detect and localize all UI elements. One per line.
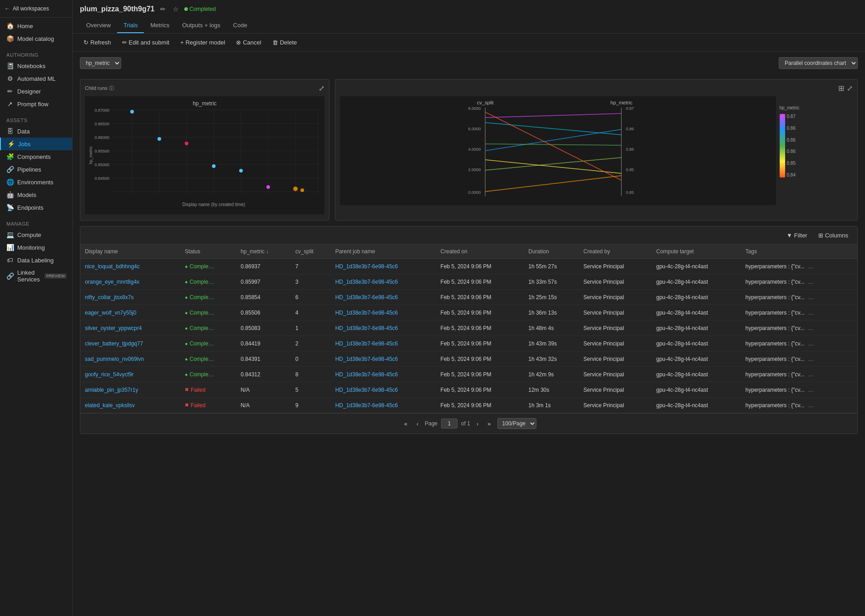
back-to-workspaces[interactable]: ← All workspaces xyxy=(5,4,68,14)
row-more-button[interactable]: … xyxy=(806,324,816,332)
edit-title-button[interactable]: ✏ xyxy=(158,5,167,14)
tab-code[interactable]: Code xyxy=(227,18,254,33)
col-created-by[interactable]: Created by xyxy=(579,245,652,259)
row-more-button[interactable]: … xyxy=(806,293,816,301)
col-created-on[interactable]: Created on xyxy=(436,245,524,259)
data-labeling-icon: 🏷 xyxy=(6,256,14,264)
delete-button[interactable]: 🗑 Delete xyxy=(269,37,301,48)
cell-hp-metric: 0.86937 xyxy=(236,259,290,274)
cell-name: sad_pummelo_nv069lvn xyxy=(80,351,180,367)
cell-status: ●Comple… xyxy=(180,336,236,351)
col-status[interactable]: Status xyxy=(180,245,236,259)
page-number-input[interactable] xyxy=(441,419,457,429)
sidebar-item-label: Monitoring xyxy=(17,244,45,251)
sidebar-item-prompt-flow[interactable]: ↗ Prompt flow xyxy=(0,98,72,110)
tab-overview[interactable]: Overview xyxy=(80,18,117,33)
parent-job-link[interactable]: HD_1d38e3b7-6e98-45c6 xyxy=(335,294,398,301)
parent-job-link[interactable]: HD_1d38e3b7-6e98-45c6 xyxy=(335,340,398,347)
run-name-link[interactable]: clever_battery_tjpdgq77 xyxy=(85,340,143,347)
filter-button[interactable]: ▼ Filter xyxy=(783,230,811,241)
tab-trials[interactable]: Trials xyxy=(117,18,144,33)
back-label: All workspaces xyxy=(13,5,49,12)
expand-right-chart-button-2[interactable]: ⤢ xyxy=(847,84,853,93)
left-chart-header: Child runs ⓘ ⤢ xyxy=(85,84,324,93)
cancel-button[interactable]: ⊗ Cancel xyxy=(232,37,265,48)
row-more-button[interactable]: … xyxy=(806,401,816,409)
row-more-button[interactable]: … xyxy=(806,355,816,363)
sidebar-item-linked-services[interactable]: 🔗 Linked Services PREVIEW xyxy=(0,266,72,286)
col-hp-metric[interactable]: hp_metric ↓ xyxy=(236,245,290,259)
parent-job-link[interactable]: HD_1d38e3b7-6e98-45c6 xyxy=(335,279,398,285)
per-page-select[interactable]: 100/Page 50/Page 25/Page xyxy=(497,418,536,429)
row-more-button[interactable]: … xyxy=(806,262,816,271)
parent-job-link[interactable]: HD_1d38e3b7-6e98-45c6 xyxy=(335,387,398,393)
sidebar-item-label: Notebooks xyxy=(17,63,45,69)
run-name-link[interactable]: elated_kale_vpksllsv xyxy=(85,402,135,409)
sidebar-item-endpoints[interactable]: 📡 Endpoints xyxy=(0,201,72,214)
row-more-button[interactable]: … xyxy=(806,277,816,286)
cell-created: Feb 5, 2024 9:06 PM xyxy=(436,274,524,290)
row-more-button[interactable]: … xyxy=(806,308,816,317)
col-parent-job[interactable]: Parent job name xyxy=(331,245,436,259)
sidebar-item-data[interactable]: 🗄 Data xyxy=(0,125,72,138)
tab-metrics[interactable]: Metrics xyxy=(144,18,176,33)
expand-right-chart-button-1[interactable]: ⊞ xyxy=(838,84,844,93)
star-button[interactable]: ☆ xyxy=(171,5,181,14)
run-name-link[interactable]: orange_eye_mnrt8g4x xyxy=(85,279,139,285)
expand-left-chart-button[interactable]: ⤢ xyxy=(319,84,324,93)
sidebar-item-jobs[interactable]: ⚡ Jobs xyxy=(0,138,72,150)
sidebar-item-compute[interactable]: 💻 Compute xyxy=(0,228,72,241)
parent-job-link[interactable]: HD_1d38e3b7-6e98-45c6 xyxy=(335,263,398,270)
run-name-link[interactable]: nifty_collar_jtsx8x7s xyxy=(85,294,133,301)
metric-dropdown[interactable]: hp_metric cv_split accuracy xyxy=(80,57,121,69)
sidebar-item-pipelines[interactable]: 🔗 Pipelines xyxy=(0,163,72,176)
run-name-link[interactable]: amiable_pin_jp357r1y xyxy=(85,387,138,393)
sidebar-item-environments[interactable]: 🌐 Environments xyxy=(0,176,72,188)
row-more-button[interactable]: … xyxy=(806,370,816,379)
sidebar-item-components[interactable]: 🧩 Components xyxy=(0,150,72,163)
run-name-link[interactable]: nice_loquat_bdhhng4c xyxy=(85,263,140,270)
columns-button[interactable]: ⊞ Columns xyxy=(815,230,852,241)
col-cv-split[interactable]: cv_split xyxy=(291,245,331,259)
run-name-link[interactable]: sad_pummelo_nv069lvn xyxy=(85,356,144,362)
chart-type-dropdown[interactable]: Parallel coordinates chart Scatter chart… xyxy=(779,57,858,69)
col-tags[interactable]: Tags xyxy=(741,245,857,259)
col-duration[interactable]: Duration xyxy=(524,245,579,259)
parent-job-link[interactable]: HD_1d38e3b7-6e98-45c6 xyxy=(335,371,398,378)
notebooks-icon: 📓 xyxy=(6,62,14,69)
sidebar-item-data-labeling[interactable]: 🏷 Data Labeling xyxy=(0,254,72,266)
sidebar-item-notebooks[interactable]: 📓 Notebooks xyxy=(0,59,72,72)
first-page-button[interactable]: « xyxy=(401,419,410,429)
col-display-name[interactable]: Display name xyxy=(80,245,180,259)
run-name-link[interactable]: goofy_rice_54vycf9r xyxy=(85,371,133,378)
sidebar-item-model-catalog[interactable]: 📦 Model catalog xyxy=(0,32,72,45)
parent-job-link[interactable]: HD_1d38e3b7-6e98-45c6 xyxy=(335,356,398,362)
cell-compute: gpu-4c-28g-t4-nc4ast xyxy=(652,367,741,382)
parent-job-link[interactable]: HD_1d38e3b7-6e98-45c6 xyxy=(335,402,398,409)
sidebar-item-home[interactable]: 🏠 Home xyxy=(0,20,72,32)
parent-job-link[interactable]: HD_1d38e3b7-6e98-45c6 xyxy=(335,325,398,331)
parent-job-link[interactable]: HD_1d38e3b7-6e98-45c6 xyxy=(335,310,398,316)
row-more-button[interactable]: … xyxy=(806,339,816,348)
next-page-button[interactable]: › xyxy=(474,419,481,429)
table-row: silver_oyster_yppwcpr4 ●Comple… 0.85083 … xyxy=(80,320,857,336)
sidebar-item-monitoring[interactable]: 📊 Monitoring xyxy=(0,241,72,254)
cell-duration: 1h 43m 39s xyxy=(524,336,579,351)
tab-outputs-logs[interactable]: Outputs + logs xyxy=(176,18,226,33)
sidebar-item-automated-ml[interactable]: ⚙ Automated ML xyxy=(0,72,72,85)
columns-label: Columns xyxy=(825,232,848,239)
last-page-button[interactable]: » xyxy=(485,419,493,429)
complete-icon: ● xyxy=(185,325,188,331)
register-model-button[interactable]: + Register model xyxy=(177,37,229,48)
failed-icon: ✖ xyxy=(185,387,189,393)
col-compute[interactable]: Compute target xyxy=(652,245,741,259)
row-more-button[interactable]: … xyxy=(806,385,816,394)
prev-page-button[interactable]: ‹ xyxy=(414,419,421,429)
run-name-link[interactable]: eager_wolf_vn7y55j0 xyxy=(85,310,136,316)
refresh-button[interactable]: ↻ Refresh xyxy=(80,37,115,48)
run-name-link[interactable]: silver_oyster_yppwcpr4 xyxy=(85,325,142,331)
edit-submit-button[interactable]: ✏ Edit and submit xyxy=(118,37,173,48)
sidebar-item-designer[interactable]: ✏ Designer xyxy=(0,85,72,98)
sidebar-item-models[interactable]: 🤖 Models xyxy=(0,188,72,201)
svg-text:cv_split: cv_split xyxy=(477,100,494,105)
